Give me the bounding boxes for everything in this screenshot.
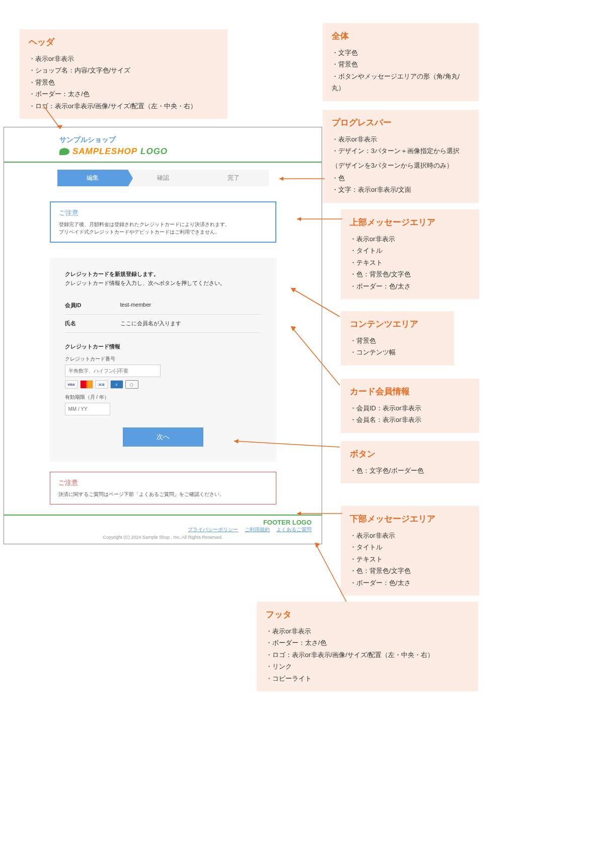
- screenshot-mockup: サンプルショップ SAMPLESHOP LOGO 編集 確認 完了 ご注意 登録…: [4, 127, 322, 544]
- member-id-row: 会員ID test-member: [65, 297, 261, 315]
- annotation-title: カード会員情報: [350, 386, 470, 397]
- annotation-button: ボタン 色：文字色/ボーダー色: [341, 441, 479, 483]
- upper-message-title: ご注意: [59, 208, 267, 218]
- next-button[interactable]: 次へ: [123, 427, 203, 447]
- leaf-icon: [59, 148, 69, 155]
- annotation-progress: プログレスバー 表示or非表示 デザイン：3パターン＋画像指定から選択 （デザイ…: [323, 110, 479, 203]
- content-description: クレジットカードを新規登録します。 クレジットカード情報を入力し、次へボタンを押…: [65, 270, 261, 287]
- jcb-icon: JCB: [95, 380, 108, 389]
- annotation-lower-message: 下部メッセージエリア 表示or非表示 タイトル テキスト 色：背景色/文字色 ボ…: [341, 506, 479, 596]
- faq-link[interactable]: よくあるご質問: [276, 527, 312, 532]
- expiry-label: 有効期限（月 / 年）: [65, 394, 261, 401]
- annotation-title: 下部メッセージエリア: [350, 513, 470, 525]
- visa-icon: VISA: [65, 380, 78, 389]
- lower-message-title: ご注意: [58, 478, 268, 487]
- card-section: クレジットカード情報 クレジットカード番号 VISA JCB ≡ ◯ 有効期限（…: [65, 343, 261, 415]
- annotation-title: 全体: [332, 30, 470, 42]
- annotation-content: コンテンツエリア 背景色 コンテンツ幅: [341, 311, 454, 366]
- annotation-title: ヘッダ: [29, 36, 218, 48]
- upper-message-text: 登録完了後、月額料金は登録されたクレジットカードにより決済されます。 プリペイド…: [59, 221, 267, 236]
- name-row: 氏名 ここに会員名が入ります: [65, 315, 261, 333]
- annotation-card-info: カード会員情報 会員ID：表示or非表示 会員名：表示or非表示: [341, 379, 479, 433]
- footer-logo: FOOTER LOGO: [14, 519, 312, 526]
- expiry-input[interactable]: [65, 403, 110, 415]
- content-area: クレジットカードを新規登録します。 クレジットカード情報を入力し、次へボタンを押…: [50, 258, 276, 462]
- footer: FOOTER LOGO プライバシーポリシー ご利用規約 よくあるご質問 Cop…: [4, 515, 322, 544]
- privacy-link[interactable]: プライバシーポリシー: [188, 527, 238, 532]
- shop-name: サンプルショップ: [59, 135, 322, 144]
- shop-logo: SAMPLESHOP LOGO: [59, 147, 322, 157]
- name-label: 氏名: [65, 320, 120, 327]
- annotation-title: 上部メッセージエリア: [350, 216, 470, 228]
- annotation-title: フッタ: [266, 609, 469, 620]
- diners-icon: ◯: [125, 380, 138, 389]
- amex-icon: ≡: [110, 380, 123, 389]
- copyright: Copyright (C) 2024 Sample Shop , Inc. Al…: [14, 535, 312, 540]
- card-section-title: クレジットカード情報: [65, 343, 261, 350]
- annotation-global: 全体 文字色 背景色 ボタンやメッセージエリアの形（角/角丸/丸）: [323, 23, 479, 101]
- annotation-list: 表示or非表示 ショップ名：内容/文字色/サイズ 背景色 ボーダー：太さ/色 ロ…: [29, 53, 218, 112]
- lower-message-text: 決済に関するご質問はページ下部「よくあるご質問」をご確認ください。: [58, 490, 268, 498]
- annotation-header: ヘッダ 表示or非表示 ショップ名：内容/文字色/サイズ 背景色 ボーダー：太さ…: [20, 29, 228, 119]
- logo-text-1: SAMPLESHOP: [72, 147, 137, 157]
- member-id-label: 会員ID: [65, 302, 120, 309]
- footer-links: プライバシーポリシー ご利用規約 よくあるご質問: [14, 526, 312, 533]
- progress-step-confirm[interactable]: 確認: [128, 170, 198, 186]
- member-id-value: test-member: [120, 302, 261, 309]
- annotation-title: プログレスバー: [332, 117, 470, 128]
- card-number-label: クレジットカード番号: [65, 355, 261, 363]
- logo-text-2: LOGO: [140, 147, 168, 157]
- progress-bar: 編集 確認 完了: [57, 170, 269, 186]
- progress-step-complete[interactable]: 完了: [198, 170, 269, 186]
- mastercard-icon: [80, 380, 93, 389]
- annotation-title: コンテンツエリア: [350, 318, 445, 330]
- terms-link[interactable]: ご利用規約: [245, 527, 270, 532]
- annotation-upper-message: 上部メッセージエリア 表示or非表示 タイトル テキスト 色：背景色/文字色 ボ…: [341, 209, 479, 299]
- progress-step-edit[interactable]: 編集: [57, 170, 128, 186]
- annotation-title: ボタン: [350, 448, 470, 460]
- annotation-footer: フッタ 表示or非表示 ボーダー：太さ/色 ロゴ：表示or非表示/画像/サイズ/…: [257, 602, 478, 691]
- lower-message-box: ご注意 決済に関するご質問はページ下部「よくあるご質問」をご確認ください。: [50, 472, 276, 504]
- name-value: ここに会員名が入ります: [120, 320, 261, 327]
- upper-message-box: ご注意 登録完了後、月額料金は登録されたクレジットカードにより決済されます。 プ…: [50, 201, 276, 243]
- card-brands: VISA JCB ≡ ◯: [65, 380, 261, 389]
- card-number-input[interactable]: [65, 365, 161, 377]
- shop-header: サンプルショップ SAMPLESHOP LOGO: [4, 127, 322, 163]
